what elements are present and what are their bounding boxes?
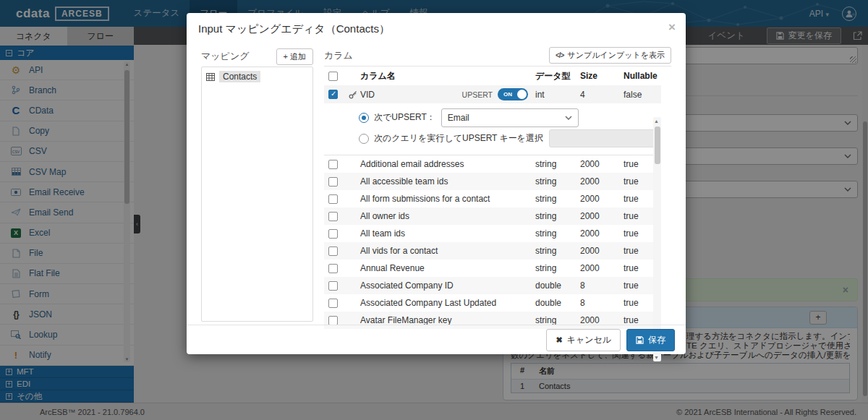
- modal-footer: ✖ キャンセル 保存: [187, 325, 686, 354]
- column-row[interactable]: Annual Revenuestring2000true: [324, 260, 661, 277]
- modal-title: Input マッピングエディタ（Contacts）: [198, 22, 390, 35]
- column-row[interactable]: Associated Company IDdouble8true: [324, 277, 661, 294]
- cancel-x-icon: ✖: [556, 335, 562, 345]
- cancel-button[interactable]: ✖ キャンセル: [546, 329, 621, 351]
- modal-close-icon[interactable]: ×: [668, 20, 676, 35]
- modal-header: Input マッピングエディタ（Contacts） ×: [187, 13, 686, 45]
- upsert-key-select[interactable]: Email: [441, 108, 579, 127]
- save-button[interactable]: 保存: [626, 329, 675, 351]
- mapping-list: Contacts: [201, 67, 313, 322]
- scroll-down-arrow-icon[interactable]: ▼: [654, 355, 659, 360]
- chevron-down-icon: [565, 116, 572, 120]
- scrollbar-thumb[interactable]: [655, 127, 660, 164]
- columns-table-header: カラム名 データ型 Size Nullable: [324, 67, 671, 85]
- upsert-toggle[interactable]: ON: [498, 88, 528, 100]
- column-row[interactable]: All form submissions for a contactstring…: [324, 190, 661, 207]
- mapping-panel: マッピング + 追加 Contacts: [201, 48, 313, 322]
- column-row-vid[interactable]: VID UPSERT ON int 4 false: [324, 85, 661, 103]
- row-checkbox[interactable]: [328, 212, 338, 221]
- row-checkbox[interactable]: [328, 177, 338, 187]
- scroll-up-arrow-icon[interactable]: ▲: [654, 119, 659, 124]
- upsert-with-column-radio[interactable]: [359, 113, 369, 123]
- row-checkbox[interactable]: [328, 281, 338, 291]
- row-checkbox[interactable]: [328, 299, 338, 308]
- columns-table-body: VID UPSERT ON int 4 false 次でUPSERT： Emai…: [324, 85, 661, 330]
- column-row[interactable]: All team idsstring2000true: [324, 225, 661, 242]
- upsert-options: 次でUPSERT： Email 次のクエリを実行してUPSERT キーを選択: [324, 103, 661, 155]
- input-mapping-editor-modal: Input マッピングエディタ（Contacts） × マッピング + 追加 C…: [187, 13, 686, 354]
- row-checkbox[interactable]: [328, 247, 338, 256]
- column-row[interactable]: Additional email addressesstring2000true: [324, 155, 661, 173]
- column-row[interactable]: All vids for a contactstring2000true: [324, 242, 661, 260]
- column-row[interactable]: Associated Company Last Updateddouble8tr…: [324, 294, 661, 312]
- key-icon: [346, 90, 360, 99]
- table-icon: [206, 73, 215, 81]
- upsert-query-radio[interactable]: [359, 134, 369, 144]
- show-sample-input-button[interactable]: </> サンプルインプットを表示: [549, 47, 671, 64]
- columns-label: カラム: [324, 49, 353, 62]
- row-checkbox[interactable]: [328, 229, 338, 239]
- mapping-label: マッピング: [201, 50, 250, 63]
- upsert-label: UPSERT: [462, 90, 493, 99]
- select-all-checkbox[interactable]: [328, 72, 338, 81]
- add-mapping-button[interactable]: + 追加: [276, 48, 313, 65]
- vid-checkbox[interactable]: [328, 90, 338, 99]
- row-checkbox[interactable]: [328, 194, 338, 204]
- upsert-query-input[interactable]: [549, 129, 661, 147]
- row-checkbox[interactable]: [328, 264, 338, 273]
- column-row[interactable]: All owner idsstring2000true: [324, 207, 661, 225]
- toggle-knob: [517, 90, 527, 99]
- column-row[interactable]: All accessible team idsstring2000true: [324, 173, 661, 190]
- mapping-item-contacts[interactable]: Contacts: [206, 71, 308, 82]
- row-checkbox[interactable]: [328, 316, 338, 325]
- columns-panel: カラム </> サンプルインプットを表示 カラム名 データ型 Size Null…: [324, 48, 671, 330]
- code-icon: </>: [556, 51, 563, 59]
- row-checkbox[interactable]: [328, 160, 338, 169]
- floppy-icon: [636, 336, 644, 344]
